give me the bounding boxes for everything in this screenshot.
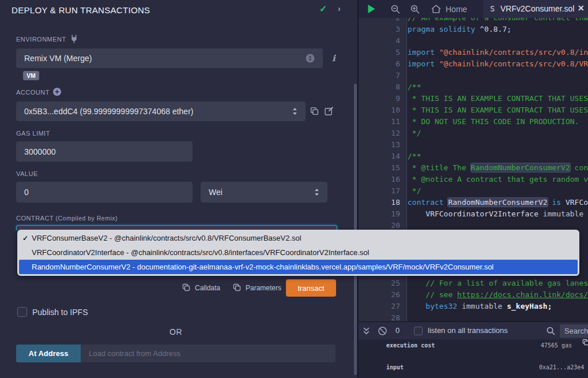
code-line[interactable]: import "@chainlink/contracts/src/v0.8/VR (408, 58, 588, 70)
or-label: OR (0, 327, 352, 336)
gas-limit-label: GAS LIMIT (16, 130, 50, 137)
copy-value-icon[interactable] (582, 339, 588, 346)
at-address-button[interactable]: At Address (16, 345, 81, 362)
solidity-icon: S (490, 4, 495, 13)
environment-info-icon[interactable]: i (332, 53, 336, 63)
contract-option[interactable]: RandomNumberConsumerV2 - documentation-g… (19, 260, 578, 274)
code-line[interactable]: * @title The RandomNumberConsumerV2 con (408, 162, 588, 174)
listen-transactions-checkbox[interactable] (414, 327, 423, 335)
line-number: 2 (359, 18, 400, 24)
zoom-out-icon[interactable] (391, 5, 400, 14)
code-line[interactable]: */ (408, 128, 588, 139)
gutter-numbers: 2345678910111213141516171819202122232425… (359, 18, 407, 321)
gas-limit-input[interactable] (16, 141, 193, 162)
code-line[interactable] (408, 139, 588, 151)
collapse-panel-icon[interactable]: › (338, 4, 341, 13)
line-number: 11 (359, 116, 400, 128)
transact-button[interactable]: transact (286, 279, 336, 297)
line-number: 14 (359, 151, 400, 162)
line-number: 15 (359, 162, 400, 174)
contract-option-label: RandomNumberConsumerV2 - documentation-g… (32, 263, 493, 271)
code-line[interactable]: pragma solidity ^0.8.7; (408, 24, 588, 35)
copy-parameters-icon[interactable] (233, 283, 241, 291)
line-number: 9 (359, 93, 400, 104)
code-line[interactable]: // For a list of available gas lanes, (408, 278, 588, 289)
terminal-row-label: execution cost (386, 342, 435, 349)
home-icon (431, 5, 441, 13)
contract-option-label: VRFConsumerBaseV2 - @chainlink/contracts… (32, 234, 301, 242)
contract-label: CONTRACT (Compiled by Remix) (16, 215, 118, 222)
code-line[interactable]: * @notice A contract that gets random v (408, 174, 588, 185)
value-unit-select[interactable]: Wei (201, 182, 327, 203)
clear-console-icon[interactable] (378, 327, 387, 335)
value-label: VALUE (16, 170, 38, 177)
at-address-input[interactable] (81, 345, 336, 362)
tab-vrfv2consumer[interactable]: S VRFv2Consumer.sol ✕ (483, 0, 588, 18)
edit-account-icon[interactable] (325, 106, 334, 115)
code-line[interactable]: /** (408, 151, 588, 162)
line-number: 7 (359, 70, 400, 81)
account-select[interactable]: 0x5B3...eddC4 (99.99999999997374068 ethe… (16, 102, 306, 121)
line-number: 13 (359, 139, 400, 151)
value-unit: Wei (209, 188, 223, 197)
code-line[interactable] (408, 312, 588, 321)
terminal-row-label: input (386, 364, 404, 371)
transaction-count-badge: 0 (395, 326, 399, 335)
code-line[interactable]: */ (408, 185, 588, 197)
deploy-run-panel: DEPLOY & RUN TRANSACTIONS ✓ › ENVIRONMEN… (0, 0, 359, 378)
copy-account-icon[interactable] (310, 107, 319, 115)
line-number: 12 (359, 128, 400, 139)
zoom-in-icon[interactable] (410, 5, 420, 14)
close-tab-icon[interactable]: ✕ (578, 3, 585, 13)
code-line[interactable]: * THIS IS AN EXAMPLE CONTRACT THAT USES (408, 93, 588, 104)
environment-value: Remix VM (Merge) (24, 54, 92, 63)
add-account-icon[interactable] (53, 88, 61, 96)
code-line[interactable] (408, 35, 588, 47)
line-number: 19 (359, 208, 400, 220)
success-check-icon: ✓ (319, 3, 327, 14)
code-line[interactable]: * DO NOT USE THIS CODE IN PRODUCTION. (408, 116, 588, 128)
plug-icon (70, 35, 78, 43)
environment-select[interactable]: Remix VM (Merge) (16, 48, 323, 68)
parameters-label[interactable]: Parameters (246, 284, 281, 292)
copy-calldata-icon[interactable] (182, 283, 190, 291)
select-stepper-icon (306, 54, 315, 63)
terminal-row-value: 0xa21...a23e4 (539, 364, 584, 371)
tab-filename: VRFv2Consumer.sol (500, 4, 574, 13)
line-number: 27 (359, 301, 400, 312)
code-line[interactable] (408, 70, 588, 81)
contract-option[interactable]: VRFCoordinatorV2Interface - @chainlink/c… (17, 245, 579, 260)
expand-terminal-icon[interactable] (363, 327, 370, 335)
code-line[interactable]: VRFCoordinatorV2Interface immutable (408, 208, 588, 220)
vm-badge: VM (23, 71, 39, 80)
calldata-label[interactable]: Calldata (195, 284, 220, 292)
terminal-search-input[interactable] (560, 324, 588, 338)
search-icon (546, 327, 555, 335)
code-line[interactable]: /** (408, 81, 588, 93)
run-script-icon[interactable] (367, 4, 376, 14)
code-line[interactable]: import "@chainlink/contracts/src/v0.8/in (408, 47, 588, 58)
select-caret-icon (314, 188, 319, 196)
line-number: 17 (359, 185, 400, 197)
code-line[interactable]: bytes32 immutable s_keyHash; (408, 301, 588, 312)
terminal-toolbar: 0 listen on all transactions (359, 321, 588, 339)
account-value: 0x5B3...eddC4 (99.99999999997374068 ethe… (24, 107, 193, 116)
environment-label: ENVIRONMENT (16, 36, 66, 43)
select-caret-icon (292, 107, 297, 115)
publish-ipfs-label: Publish to IPFS (32, 308, 88, 317)
publish-ipfs-checkbox[interactable] (17, 307, 27, 317)
check-icon: ✓ (22, 234, 29, 242)
line-number: 18 (359, 197, 400, 208)
line-number: 8 (359, 81, 400, 93)
editor-tabbar: Home S VRFv2Consumer.sol ✕ (359, 0, 588, 18)
tab-home[interactable]: Home (427, 0, 483, 18)
code-line[interactable]: // see https://docs.chain.link/docs/ (408, 289, 588, 301)
code-line[interactable]: // An example of a consumer contract tha… (408, 18, 588, 24)
contract-option[interactable]: ✓VRFConsumerBaseV2 - @chainlink/contract… (17, 231, 579, 245)
contract-dropdown: ✓VRFConsumerBaseV2 - @chainlink/contract… (17, 230, 579, 276)
code-editor[interactable]: 2345678910111213141516171819202122232425… (359, 18, 588, 321)
value-input[interactable] (16, 182, 193, 203)
contract-option-label: VRFCoordinatorV2Interface - @chainlink/c… (32, 248, 369, 257)
code-line[interactable]: * THIS IS AN EXAMPLE CONTRACT THAT USES (408, 104, 588, 116)
code-line[interactable]: contract RandomNumberConsumerV2 is VRFCo (408, 197, 588, 208)
